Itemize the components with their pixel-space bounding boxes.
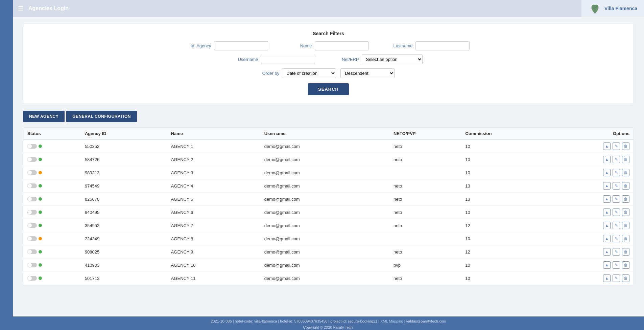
xml-mapping-link[interactable]: XML Mapping — [380, 319, 403, 323]
upload-icon[interactable]: ▲ — [603, 261, 611, 269]
upload-icon[interactable]: ▲ — [603, 182, 611, 190]
table-row: 410903 AGENCY 10 demo@gmail.com pvp 10 ▲… — [23, 259, 634, 272]
net-erp-select[interactable]: Select an option Neto PVP — [362, 54, 423, 64]
status-toggle[interactable] — [27, 183, 37, 188]
top-bar: ☰ Agencies Login Villa Flamenca — [13, 0, 644, 17]
agency-id-cell: 989213 — [81, 166, 167, 179]
edit-icon[interactable]: ✎ — [613, 274, 620, 282]
edit-icon[interactable]: ✎ — [613, 235, 620, 242]
status-toggle[interactable] — [27, 210, 37, 215]
delete-icon[interactable]: 🗑 — [622, 248, 629, 256]
status-cell — [23, 272, 81, 285]
status-toggle[interactable] — [27, 170, 37, 175]
status-toggle[interactable] — [27, 157, 37, 162]
upload-icon[interactable]: ▲ — [603, 169, 611, 176]
commission-cell: 10 — [461, 259, 547, 272]
logo-icon — [588, 2, 602, 15]
delete-icon[interactable]: 🗑 — [622, 142, 629, 150]
status-toggle[interactable] — [27, 249, 37, 254]
search-button[interactable]: SEARCH — [308, 83, 349, 95]
delete-icon[interactable]: 🗑 — [622, 235, 629, 242]
status-dot — [39, 184, 42, 188]
edit-icon[interactable]: ✎ — [613, 142, 620, 150]
edit-icon[interactable]: ✎ — [613, 222, 620, 229]
edit-icon[interactable]: ✎ — [613, 169, 620, 176]
upload-icon[interactable]: ▲ — [603, 248, 611, 256]
upload-icon[interactable]: ▲ — [603, 142, 611, 150]
username-cell: demo@gmail.com — [260, 272, 389, 285]
commission-cell: 10 — [461, 166, 547, 179]
username-input[interactable] — [261, 55, 315, 64]
delete-icon[interactable]: 🗑 — [622, 222, 629, 229]
agency-name-cell: AGENCY 6 — [167, 206, 260, 219]
commission-cell: 10 — [461, 153, 547, 166]
commission-cell: 13 — [461, 179, 547, 193]
status-cell — [23, 166, 81, 179]
menu-icon[interactable]: ☰ — [18, 5, 23, 12]
general-config-button[interactable]: GENERAL CONFIGURATION — [66, 111, 137, 122]
neto-pvp-cell: pvp — [389, 259, 461, 272]
order-direction-select[interactable]: Descendent Ascendent — [340, 68, 395, 78]
status-toggle[interactable] — [27, 263, 37, 267]
upload-icon[interactable]: ▲ — [603, 222, 611, 229]
edit-icon[interactable]: ✎ — [613, 182, 620, 190]
status-toggle[interactable] — [27, 236, 37, 241]
table-row: 908025 AGENCY 9 demo@gmail.com neto 12 ▲… — [23, 245, 634, 259]
filter-row-2: Username Net/ERP Select an option Neto P… — [33, 54, 623, 64]
col-header-agency-id: Agency ID — [81, 128, 167, 140]
edit-icon[interactable]: ✎ — [613, 248, 620, 256]
username-cell: demo@gmail.com — [260, 153, 389, 166]
delete-icon[interactable]: 🗑 — [622, 195, 629, 203]
status-toggle[interactable] — [27, 197, 37, 201]
delete-icon[interactable]: 🗑 — [622, 208, 629, 216]
status-toggle-container — [27, 170, 77, 175]
commission-cell: 12 — [461, 245, 547, 259]
status-toggle[interactable] — [27, 276, 37, 281]
status-dot — [39, 158, 42, 161]
edit-icon[interactable]: ✎ — [613, 208, 620, 216]
username-cell: demo@gmail.com — [260, 245, 389, 259]
status-toggle[interactable] — [27, 144, 37, 149]
options-cell: ▲ ✎ 🗑 — [547, 193, 634, 206]
edit-icon[interactable]: ✎ — [613, 195, 620, 203]
username-group: Username — [235, 55, 315, 64]
status-cell — [23, 140, 81, 153]
agency-id-cell: 501713 — [81, 272, 167, 285]
agency-id-cell: 908025 — [81, 245, 167, 259]
status-toggle-container — [27, 183, 77, 188]
edit-icon[interactable]: ✎ — [613, 261, 620, 269]
agency-name-cell: AGENCY 7 — [167, 219, 260, 232]
status-toggle[interactable] — [27, 223, 37, 228]
delete-icon[interactable]: 🗑 — [622, 261, 629, 269]
id-agency-input[interactable] — [214, 41, 268, 50]
new-agency-button[interactable]: NEW AGENCY — [23, 111, 65, 122]
status-toggle-container — [27, 276, 77, 281]
order-by-group: Order by Date of creation Name Agency ID… — [262, 68, 395, 78]
delete-icon[interactable]: 🗑 — [622, 274, 629, 282]
status-dot — [39, 197, 42, 201]
agency-name-cell: AGENCY 4 — [167, 179, 260, 193]
upload-icon[interactable]: ▲ — [603, 208, 611, 216]
options-cell: ▲ ✎ 🗑 — [547, 179, 634, 193]
delete-icon[interactable]: 🗑 — [622, 182, 629, 190]
edit-icon[interactable]: ✎ — [613, 156, 620, 163]
upload-icon[interactable]: ▲ — [603, 156, 611, 163]
options-cell: ▲ ✎ 🗑 — [547, 206, 634, 219]
upload-icon[interactable]: ▲ — [603, 235, 611, 242]
delete-icon[interactable]: 🗑 — [622, 169, 629, 176]
order-by-select[interactable]: Date of creation Name Agency ID — [282, 68, 336, 78]
name-input[interactable] — [315, 41, 369, 50]
commission-cell: 13 — [461, 193, 547, 206]
lastname-input[interactable] — [415, 41, 470, 50]
status-toggle-container — [27, 249, 77, 254]
username-cell: demo@gmail.com — [260, 259, 389, 272]
options-cell: ▲ ✎ 🗑 — [547, 153, 634, 166]
commission-cell: 10 — [461, 272, 547, 285]
delete-icon[interactable]: 🗑 — [622, 156, 629, 163]
status-dot — [39, 224, 42, 227]
upload-icon[interactable]: ▲ — [603, 274, 611, 282]
username-cell: demo@gmail.com — [260, 179, 389, 193]
agency-id-cell: 940495 — [81, 206, 167, 219]
commission-cell: 12 — [461, 219, 547, 232]
upload-icon[interactable]: ▲ — [603, 195, 611, 203]
